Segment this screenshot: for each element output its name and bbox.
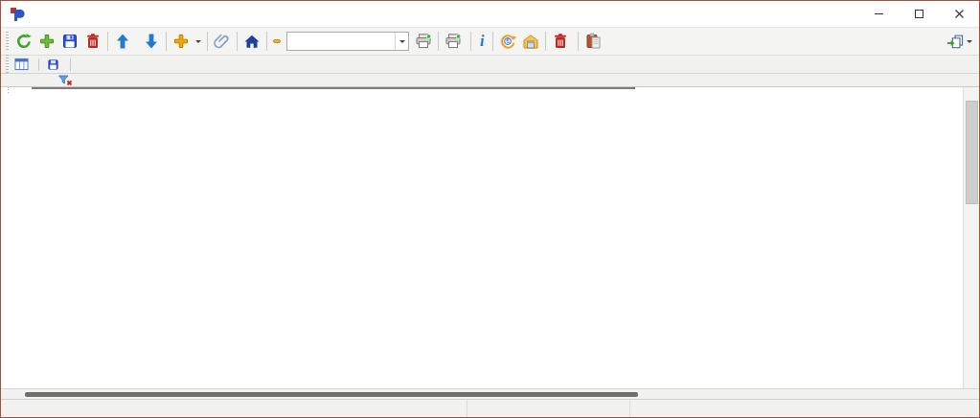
printer-icon <box>444 33 462 50</box>
move-down-button[interactable] <box>140 31 163 52</box>
av-badge <box>273 39 281 43</box>
toolbar-separator <box>545 32 546 51</box>
toolbar-separator <box>166 32 167 51</box>
tabsrow-grip[interactable] <box>6 55 9 74</box>
plus-icon <box>38 33 56 50</box>
save-layout-icon <box>47 58 59 71</box>
statusbar-date-panel <box>467 400 630 418</box>
home-icon <box>243 33 261 50</box>
tab-separator <box>38 58 39 71</box>
plus-yellow-icon <box>172 33 190 50</box>
combobox-dropdown-button[interactable] <box>395 33 408 50</box>
close-icon <box>954 9 965 19</box>
av-button[interactable] <box>270 37 284 45</box>
horizontal-scrollbar-thumb[interactable] <box>25 392 638 397</box>
save-button[interactable] <box>58 31 81 52</box>
layout-combobox[interactable] <box>286 32 409 51</box>
trash-icon <box>552 33 569 50</box>
toolbar-separator <box>578 32 579 51</box>
refresh-button[interactable] <box>12 31 35 52</box>
add-button[interactable] <box>35 31 58 52</box>
vertical-scrollbar[interactable] <box>963 87 979 388</box>
statusbar <box>1 399 979 418</box>
add-spool-position-button[interactable] <box>170 31 204 52</box>
paperclip-icon <box>214 33 231 50</box>
home-button[interactable] <box>240 31 263 52</box>
trash-icon <box>84 33 102 50</box>
toolbar-separator <box>438 32 439 51</box>
move-up-button[interactable] <box>111 31 134 52</box>
detail-grid-wrap <box>1 87 963 89</box>
toolbar-grip[interactable] <box>6 32 9 51</box>
print-button[interactable] <box>412 31 435 52</box>
statusbar-breadcrumb-panel <box>1 400 467 418</box>
switch-window-button[interactable] <box>944 31 975 52</box>
chevron-down-icon <box>399 40 405 46</box>
clipboard-button[interactable] <box>581 31 604 52</box>
switch-window-icon <box>946 33 964 50</box>
toolbar-separator <box>207 32 208 51</box>
tree-gap <box>1 89 963 93</box>
info-icon: i <box>477 34 487 49</box>
tab-separator <box>70 58 71 71</box>
main-toolbar: i € <box>1 28 979 56</box>
refresh-icon <box>15 33 33 50</box>
vertical-scrollbar-thumb[interactable] <box>966 101 978 204</box>
maximize-icon <box>914 9 924 19</box>
warehouse-icon <box>522 33 539 50</box>
toolbar-separator <box>470 32 471 51</box>
chevron-down-icon <box>967 40 972 46</box>
layout-grid-icon <box>14 58 29 71</box>
save-icon <box>61 33 79 50</box>
minimize-icon <box>874 9 884 19</box>
titlebar <box>1 1 979 28</box>
detail-grid <box>32 87 635 89</box>
attachment-button[interactable] <box>211 31 234 52</box>
stueckliste-window: i € <box>0 0 980 418</box>
delete-sn-button[interactable] <box>549 31 575 52</box>
print-av-button[interactable] <box>442 31 467 52</box>
app-icon <box>10 7 25 22</box>
printer-icon <box>415 33 432 50</box>
layout-tabs-row <box>1 56 979 74</box>
delete-button[interactable] <box>81 31 104 52</box>
svg-text:€: € <box>507 37 511 44</box>
toolbar-separator <box>266 32 267 51</box>
clipboard-icon <box>584 33 602 50</box>
currency-sync-icon: € <box>499 33 516 50</box>
minimize-button[interactable] <box>858 1 899 27</box>
info-button[interactable]: i <box>474 32 490 51</box>
arrow-up-icon <box>114 33 131 50</box>
arrow-down-icon <box>143 33 160 50</box>
toolbar-separator <box>237 32 238 51</box>
currency-sync-button[interactable]: € <box>496 31 519 52</box>
maximize-button[interactable] <box>899 1 939 27</box>
grid-toolbar <box>1 74 979 87</box>
toolbar-separator <box>492 32 493 51</box>
chevron-down-icon <box>195 40 201 46</box>
toolbar-separator <box>107 32 108 51</box>
warehouse-button[interactable] <box>519 31 542 52</box>
clear-filter-icon[interactable] <box>58 75 73 86</box>
stueckliste-grid <box>1 87 979 388</box>
horizontal-scrollbar[interactable] <box>1 388 979 399</box>
close-button[interactable] <box>939 1 979 27</box>
